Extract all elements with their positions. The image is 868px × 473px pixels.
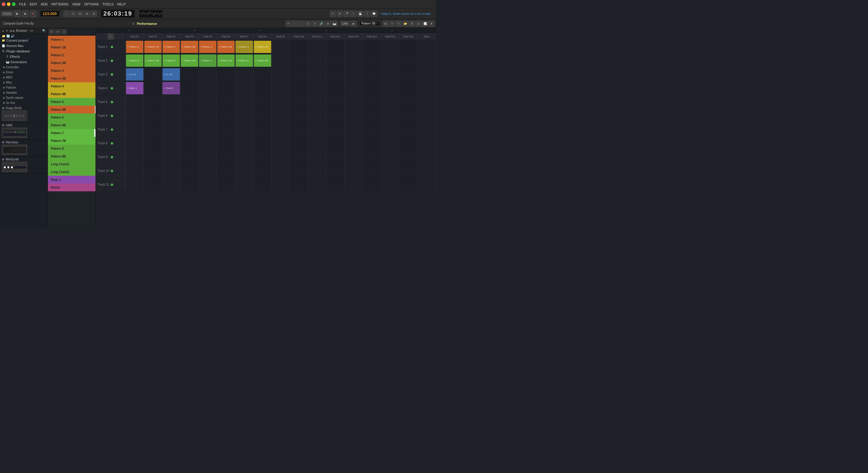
track-cell-pad-2[interactable] [144, 82, 162, 95]
pad-header-pad-2[interactable]: Pad #2 [144, 33, 162, 40]
track-cell-pad-16[interactable] [399, 150, 417, 164]
pattern-item-p7b[interactable]: Pattern 7B [48, 137, 95, 145]
track-cell-pad-1[interactable] [126, 109, 144, 122]
pattern-item-p1b[interactable]: Pattern 1B [48, 43, 95, 51]
track-cell-pad-3[interactable]: ✕Riser2 [162, 82, 181, 95]
track-cell-pad-15[interactable] [381, 178, 399, 191]
track-cell-pad-2[interactable] [144, 178, 162, 191]
pl-move-icon[interactable]: ⟺ [55, 29, 60, 34]
mixer-icon[interactable]: 🎚 [409, 21, 415, 27]
export-icon[interactable]: ⤵ [364, 11, 370, 17]
piano-roll-icon[interactable]: 🎼 [396, 21, 402, 27]
track-cell-pad-10[interactable] [290, 68, 308, 81]
block-close-icon[interactable]: ✕ [200, 46, 202, 48]
track-cell-pad-3[interactable] [162, 137, 181, 150]
nav-up-icon[interactable]: ▲ [2, 29, 4, 32]
block-close-icon[interactable]: ✕ [127, 46, 129, 48]
track-cell-pad-4[interactable] [181, 82, 199, 95]
track-cell-pad-7[interactable] [235, 109, 253, 122]
mix-icon[interactable]: ⊞ [91, 11, 97, 17]
block-close-icon[interactable]: ✕ [237, 60, 238, 62]
pattern-block[interactable]: ✕Riser2 [162, 82, 180, 94]
track-cell-pad-2[interactable] [144, 95, 162, 109]
nav-left-icon[interactable]: ◀ [9, 29, 12, 32]
track-cell-pad-14[interactable] [363, 137, 381, 150]
track-cell-pad-10[interactable] [290, 54, 308, 67]
block-close-icon[interactable]: ✕ [255, 60, 256, 62]
pattern-block[interactable]: ✕Pattern 3 [199, 41, 216, 53]
track-cell-pad-4[interactable] [181, 95, 199, 109]
track-cell-pad-11[interactable] [308, 178, 326, 191]
track-cell-pad-12[interactable] [326, 109, 344, 122]
block-close-icon[interactable]: ✕ [255, 46, 256, 48]
track-cell-pad-9[interactable] [272, 164, 290, 178]
track-cell-pad-16[interactable] [399, 95, 417, 109]
track-active-dot[interactable] [111, 156, 113, 158]
pattern-item-p3[interactable]: Pattern 3 [48, 67, 95, 75]
track-cell-pad-12[interactable] [326, 95, 344, 109]
song-button[interactable]: SONG [1, 11, 13, 16]
track-cell-pad-10[interactable] [290, 123, 308, 136]
arrange-icon[interactable]: ⊞ [382, 21, 389, 27]
track-cell-pad-14[interactable] [363, 54, 381, 67]
track-cell-pad-9[interactable] [272, 123, 290, 136]
track-cell-pad-17[interactable] [417, 137, 436, 150]
track-cell-pad-6[interactable] [217, 137, 235, 150]
block-close-icon[interactable]: ✕ [163, 60, 165, 62]
track-cell-pad-10[interactable] [290, 95, 308, 109]
track-cell-pad-15[interactable] [381, 95, 399, 109]
track-cell-pad-14[interactable] [363, 123, 381, 136]
instrument-gms[interactable]: ⚙ GMS [0, 122, 48, 140]
track-cell-pad-6[interactable] [217, 178, 235, 191]
plugin-item-sampler[interactable]: Sampler [0, 90, 48, 95]
maximize-button[interactable] [12, 2, 16, 6]
pattern-item-r2[interactable]: Riser2 [48, 183, 95, 191]
menu-item-add[interactable]: ADD [41, 2, 48, 6]
pattern-item-lc2[interactable]: Long Crash2 [48, 168, 95, 176]
close-button[interactable] [2, 2, 5, 6]
metronome-icon[interactable]: ♩ [63, 11, 69, 17]
pattern-block[interactable]: ✕Lo..h2 [162, 68, 180, 81]
track-active-dot[interactable] [111, 142, 113, 145]
block-close-icon[interactable]: ✕ [127, 60, 129, 62]
track-cell-pad-16[interactable] [399, 54, 417, 67]
pattern-block[interactable]: ✕Pattern 8B [254, 55, 271, 67]
pattern-add-icon[interactable]: + [376, 22, 378, 25]
pattern-block[interactable]: ✕Pattern 1 [126, 41, 143, 53]
track-cell-pad-8[interactable] [253, 95, 272, 109]
track-cell-pad-14[interactable] [363, 68, 381, 81]
track-active-dot[interactable] [111, 101, 113, 103]
block-close-icon[interactable]: ✕ [145, 60, 147, 62]
track-cell-pad-9[interactable] [272, 95, 290, 109]
track-cell-pad-8[interactable] [253, 109, 272, 122]
plugin-item-synth-classic[interactable]: Synth classic [0, 95, 48, 100]
track-cell-pad-6[interactable]: ✕Pattern 3B [217, 40, 235, 54]
pad-header-pad-7[interactable]: Pad #7 [235, 33, 253, 40]
block-close-icon[interactable]: ✕ [218, 46, 220, 48]
menu-item-help[interactable]: HELP [117, 2, 126, 6]
track-cell-pad-6[interactable]: ✕Pattern 7B [217, 54, 235, 67]
track-cell-pad-11[interactable] [308, 123, 326, 136]
arrow-left-icon[interactable]: ← [292, 21, 298, 27]
track-cell-pad-6[interactable] [217, 95, 235, 109]
track-cell-pad-14[interactable] [363, 178, 381, 191]
arrow-right-icon[interactable]: → [299, 21, 305, 27]
block-close-icon[interactable]: ✕ [218, 60, 220, 62]
block-close-icon[interactable]: ✕ [200, 60, 202, 62]
track-cell-pad-6[interactable] [217, 109, 235, 122]
track-cell-pad-3[interactable] [162, 123, 181, 136]
track-cell-pad-13[interactable] [344, 68, 363, 81]
track-cell-pad-6[interactable] [217, 68, 235, 81]
pattern-item-p3b[interactable]: Pattern 3B [48, 75, 95, 82]
block-close-icon[interactable]: ✕ [164, 87, 165, 90]
nav-down-icon[interactable]: ▼ [6, 29, 8, 32]
track-cell-pad-4[interactable] [181, 109, 199, 122]
magnet-icon[interactable]: ⊕ [325, 21, 331, 27]
track-cell-pad-17[interactable] [417, 54, 436, 67]
track-cell-pad-15[interactable] [381, 164, 399, 178]
track-active-dot[interactable] [111, 115, 113, 117]
plugin-icon[interactable]: ⊡ [415, 21, 422, 27]
track-cell-pad-8[interactable] [253, 137, 272, 150]
track-cell-pad-10[interactable] [290, 109, 308, 122]
track-cell-pad-5[interactable] [199, 137, 217, 150]
